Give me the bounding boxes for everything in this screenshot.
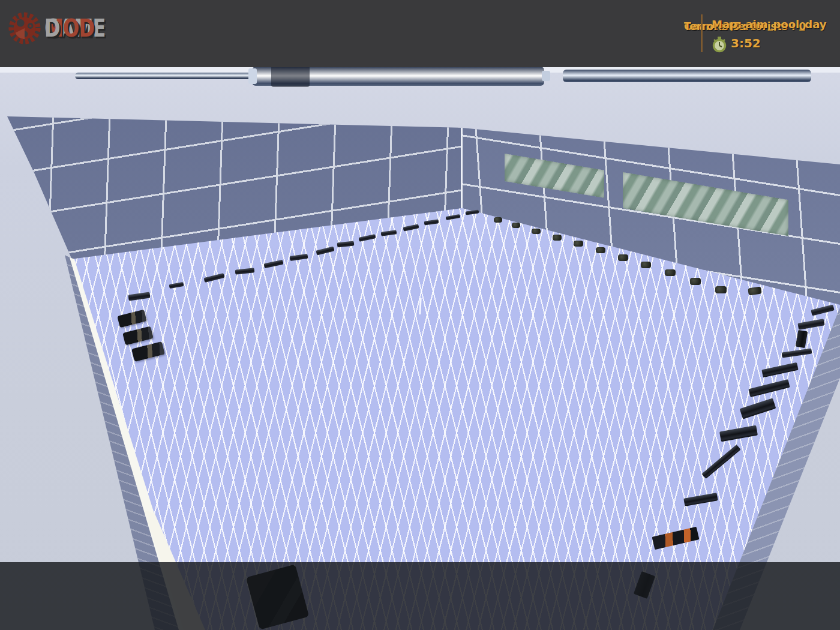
weapon-smallgun <box>337 241 355 248</box>
weapon-grenade <box>574 241 583 247</box>
weapon-pistol <box>796 330 808 348</box>
weapon-grenade <box>641 262 651 268</box>
weapon-smallgun <box>290 254 308 261</box>
weapon-smallgun <box>782 349 812 358</box>
hud-divider <box>701 14 703 52</box>
weapon-grenade <box>553 235 562 241</box>
stopwatch-icon <box>712 36 727 53</box>
weapon-mg <box>122 326 154 346</box>
weapon-smallgun <box>235 268 255 274</box>
weapon-smallgun <box>446 214 461 220</box>
weapon-ak <box>652 527 699 550</box>
weapon-layer <box>0 0 840 630</box>
weapon-gun <box>740 398 776 419</box>
weapon-mg <box>131 341 165 362</box>
weapon-mg <box>117 310 146 328</box>
weapon-grenade <box>532 229 541 234</box>
gamemodd-logo[interactable]: GAMEMODD <box>6 8 186 56</box>
weapon-grenade <box>596 247 605 253</box>
gear-icon <box>7 10 42 46</box>
bottom-dark-band <box>0 562 840 630</box>
round-time: 3:52 <box>731 36 761 50</box>
weapon-grenade <box>665 269 676 276</box>
weapon-smallgun <box>264 260 284 268</box>
weapon-smallgun <box>797 319 824 329</box>
tube-joint-cap <box>248 68 257 84</box>
weapon-smallgun <box>359 234 376 242</box>
weapon-gun <box>761 362 798 377</box>
weapon-grenade <box>715 286 727 293</box>
weapon-smallgun <box>128 292 150 301</box>
weapon-smallgun <box>169 282 184 289</box>
weapon-gun <box>719 425 758 442</box>
weapon-gun <box>748 379 790 397</box>
weapon-smallgun <box>316 246 334 255</box>
weapon-grenade <box>690 278 701 285</box>
fluorescent-tube-right <box>563 70 811 82</box>
site-header: GAMEMODD Counter-Terrorists : 0 Terroris… <box>0 0 840 67</box>
weapon-grenade <box>512 223 520 228</box>
weapon-smallgun <box>381 230 397 236</box>
weapon-gun <box>683 493 718 506</box>
weapon-grenade <box>618 254 628 261</box>
game-screenshot: GAMEMODD Counter-Terrorists : 0 Terroris… <box>0 0 840 630</box>
fluorescent-tube-left <box>75 73 254 79</box>
tube-joint-cap-2 <box>542 71 550 81</box>
weapon-smallgun <box>204 273 225 283</box>
logo-part-d: D <box>44 14 60 43</box>
map-name-line: Map: aim_pool_day <box>712 18 826 31</box>
weapon-grenade <box>494 217 502 223</box>
weapon-smallgun <box>424 219 439 225</box>
weapon-smallgun <box>403 224 419 231</box>
logo-text: GAMEMODD <box>44 14 169 44</box>
weapon-gun <box>701 445 740 479</box>
weapon-grenade <box>748 287 761 296</box>
weapon-smallgun <box>466 209 479 215</box>
tube-clamp <box>271 65 310 87</box>
weapon-smallgun <box>811 305 834 316</box>
